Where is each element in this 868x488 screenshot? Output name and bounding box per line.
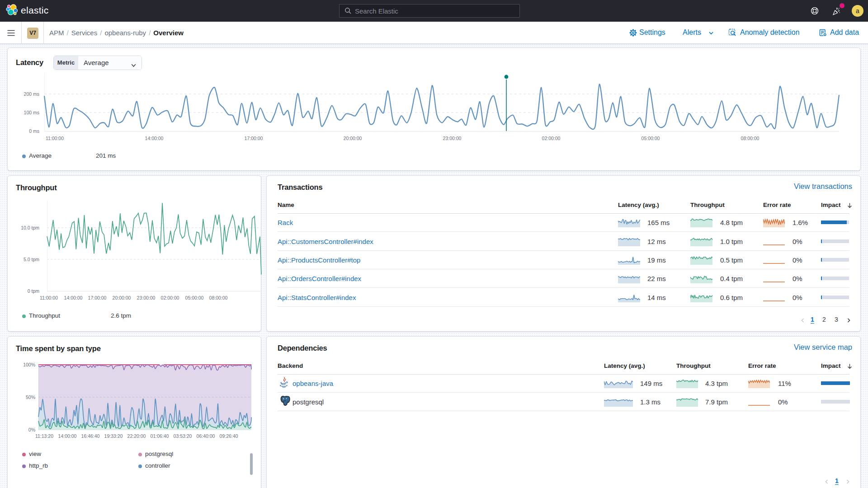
svg-text:22:20:00: 22:20:00 (127, 433, 146, 439)
svg-text:02:00:00: 02:00:00 (542, 136, 561, 141)
svg-text:0 ms: 0 ms (29, 128, 39, 134)
svg-text:23:00:00: 23:00:00 (443, 136, 462, 141)
svg-text:50%: 50% (26, 394, 35, 400)
svg-text:17:00:00: 17:00:00 (245, 136, 263, 141)
svg-text:05:00:00: 05:00:00 (185, 295, 204, 300)
svg-text:11:00:00: 11:00:00 (46, 136, 64, 141)
svg-text:14:00:00: 14:00:00 (64, 295, 83, 300)
svg-text:03:53:20: 03:53:20 (174, 433, 192, 439)
svg-text:0 tpm: 0 tpm (28, 288, 40, 294)
svg-text:11:00:00: 11:00:00 (40, 295, 58, 300)
svg-text:14:00:00: 14:00:00 (58, 433, 77, 439)
svg-text:08:00:00: 08:00:00 (209, 295, 228, 300)
svg-text:08:00:00: 08:00:00 (741, 136, 760, 141)
svg-text:100 ms: 100 ms (24, 110, 39, 115)
svg-text:05:00:00: 05:00:00 (642, 136, 660, 141)
svg-text:17:00:00: 17:00:00 (88, 295, 107, 300)
svg-text:16:46:40: 16:46:40 (81, 433, 100, 439)
svg-text:19:33:20: 19:33:20 (104, 433, 123, 439)
svg-text:5.0 tpm: 5.0 tpm (24, 257, 39, 262)
svg-text:11:13:20: 11:13:20 (35, 433, 53, 439)
svg-text:14:00:00: 14:00:00 (145, 136, 164, 141)
svg-text:0%: 0% (28, 427, 35, 432)
svg-text:10.0 tpm: 10.0 tpm (21, 225, 39, 230)
svg-text:20:00:00: 20:00:00 (344, 136, 362, 141)
svg-text:100%: 100% (23, 362, 35, 367)
svg-text:200 ms: 200 ms (24, 91, 39, 97)
svg-text:20:00:00: 20:00:00 (113, 295, 131, 300)
svg-text:06:40:00: 06:40:00 (197, 433, 215, 439)
svg-text:23:00:00: 23:00:00 (137, 295, 156, 300)
svg-text:01:06:40: 01:06:40 (151, 433, 169, 439)
svg-text:09:26:40: 09:26:40 (220, 433, 238, 439)
svg-text:02:00:00: 02:00:00 (161, 295, 179, 300)
